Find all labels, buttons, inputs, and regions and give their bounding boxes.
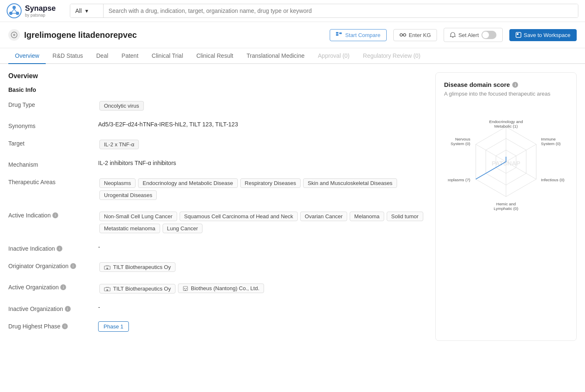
indication-tag[interactable]: Lung Cancer <box>163 224 202 233</box>
svg-point-12 <box>403 34 406 36</box>
svg-rect-15 <box>517 33 518 35</box>
inactive-indication-row: Inactive Indication i - <box>8 244 427 252</box>
svg-rect-8 <box>336 32 338 34</box>
drug-highest-phase-label: Drug Highest Phase i <box>8 321 91 330</box>
svg-text:Nervous: Nervous <box>455 137 471 141</box>
indication-tag[interactable]: Solid tumor <box>387 212 423 221</box>
drug-highest-phase-value: Phase 1 <box>98 321 427 332</box>
basic-info-title: Basic Info <box>8 86 427 93</box>
nav-tab-r&d-status[interactable]: R&D Status <box>46 48 89 64</box>
inactive-indication-label: Inactive Indication i <box>8 244 91 252</box>
mechanism-row: Mechanism IL-2 inhibitors TNF-α inhibito… <box>8 160 427 168</box>
save-to-workspace-button[interactable]: Save to Workspace <box>509 29 577 41</box>
mechanism-value: IL-2 inhibitors TNF-α inhibitors <box>98 160 427 166</box>
nav-tab-regulatory-review--0-: Regulatory Review (0) <box>356 48 427 64</box>
overview-section-title: Overview <box>8 72 427 80</box>
svg-rect-23 <box>185 290 186 291</box>
search-bar: All ▾ <box>70 4 578 18</box>
drug-type-tag[interactable]: Oncolytic virus <box>99 101 144 111</box>
therapeutic-tag[interactable]: Urogenital Diseases <box>99 190 157 200</box>
alert-toggle[interactable] <box>481 31 496 39</box>
svg-line-28 <box>506 144 536 162</box>
indication-tag[interactable]: Metastatic melanoma <box>99 224 160 233</box>
drug-title-left: Igrelimogene litadenorepvec <box>8 29 137 41</box>
set-alert-button[interactable]: Set Alert <box>444 28 502 42</box>
inactive-org-value: - <box>98 304 427 311</box>
logo-sub: by patsnap <box>25 13 56 17</box>
top-header: Synapse by patsnap All ▾ <box>0 0 585 22</box>
therapeutic-tag[interactable]: Skin and Musculoskeletal Diseases <box>303 178 397 188</box>
therapeutic-tag[interactable]: Respiratory Diseases <box>240 178 301 188</box>
therapeutic-tag[interactable]: Endocrinology and Metabolic Disease <box>138 178 238 188</box>
org-tag[interactable]: TILT Biotherapeutics Oy <box>99 284 175 293</box>
indication-tag[interactable]: Ovarian Cancer <box>300 212 347 221</box>
drug-highest-phase-info-icon[interactable]: i <box>62 323 68 329</box>
kg-icon <box>400 32 406 38</box>
disease-panel-title: Disease domain score i <box>444 81 568 88</box>
drug-title-right: Start Compare Enter KG Set Alert Save to… <box>330 28 577 42</box>
svg-rect-22 <box>186 288 187 289</box>
nav-tab-clinical-result[interactable]: Clinical Result <box>190 48 240 64</box>
phase-tag[interactable]: Phase 1 <box>98 321 129 332</box>
compare-button[interactable]: Start Compare <box>330 29 387 41</box>
inactive-org-label: Inactive Organization i <box>8 304 91 312</box>
radar-chart: PATSNAP Endocrinology and Metabolic (1) … <box>448 104 564 220</box>
originator-org-value: TILT Biotherapeutics Oy <box>98 261 427 273</box>
disease-panel-info-icon[interactable]: i <box>512 82 518 88</box>
drug-type-label: Drug Type <box>8 100 91 108</box>
nav-tab-patent[interactable]: Patent <box>115 48 145 64</box>
active-org-value: TILT Biotherapeutics OyBiotheus (Nantong… <box>98 282 427 295</box>
svg-point-1 <box>12 6 16 9</box>
company-icon <box>104 265 111 270</box>
synapse-logo-icon <box>7 3 22 18</box>
enter-kg-button[interactable]: Enter KG <box>393 29 437 41</box>
svg-line-32 <box>476 144 506 162</box>
indication-tag[interactable]: Melanoma <box>350 212 384 221</box>
svg-rect-9 <box>336 34 338 36</box>
content-left: Overview Basic Info Drug Type Oncolytic … <box>8 72 427 341</box>
svg-rect-17 <box>106 268 108 269</box>
originator-org-info-icon[interactable]: i <box>70 263 76 269</box>
logo-area: Synapse by patsnap <box>7 3 65 18</box>
drug-title-bar: Igrelimogene litadenorepvec Start Compar… <box>0 22 585 48</box>
inactive-indication-value: - <box>98 244 427 250</box>
mechanism-label: Mechanism <box>8 160 91 168</box>
compare-icon <box>336 32 343 38</box>
active-org-label: Active Organization i <box>8 282 91 291</box>
main-content: Overview Basic Info Drug Type Oncolytic … <box>0 64 585 349</box>
search-type-select[interactable]: All ▾ <box>70 4 104 17</box>
search-input[interactable] <box>104 4 578 17</box>
nav-tab-translational-medicine[interactable]: Translational Medicine <box>240 48 311 64</box>
active-indication-row: Active Indication i Non-Small Cell Lung … <box>8 210 427 234</box>
nav-tab-overview[interactable]: Overview <box>8 48 46 64</box>
nav-tab-deal[interactable]: Deal <box>90 48 115 64</box>
therapeutic-areas-row: Therapeutic Areas NeoplasmsEndocrinology… <box>8 177 427 201</box>
indication-tag[interactable]: Squamous Cell Carcinoma of Head and Neck <box>180 212 298 221</box>
disease-panel-subtitle: A glimpse into the focused therapeutic a… <box>444 91 568 97</box>
org-tag[interactable]: TILT Biotherapeutics Oy <box>99 262 175 272</box>
target-label: Target <box>8 138 91 147</box>
target-tag[interactable]: IL-2 x TNF-α <box>99 140 139 149</box>
active-org-info-icon[interactable]: i <box>60 284 66 290</box>
org-tag[interactable]: Biotheus (Nantong) Co., Ltd. <box>178 284 264 293</box>
synonyms-label: Synonyms <box>8 121 91 129</box>
inactive-indication-info-icon[interactable]: i <box>57 246 62 251</box>
active-indication-info-icon[interactable]: i <box>52 212 58 218</box>
inactive-org-info-icon[interactable]: i <box>65 306 71 312</box>
indication-tag[interactable]: Non-Small Cell Lung Cancer <box>99 212 177 221</box>
active-indication-value: Non-Small Cell Lung CancerSquamous Cell … <box>98 210 427 234</box>
target-value: IL-2 x TNF-α <box>98 138 427 150</box>
svg-rect-10 <box>339 32 342 34</box>
svg-text:System (0): System (0) <box>451 141 470 146</box>
svg-rect-21 <box>184 288 185 289</box>
therapeutic-areas-value: NeoplasmsEndocrinology and Metabolic Dis… <box>98 177 427 201</box>
svg-text:Immune: Immune <box>541 137 556 141</box>
svg-text:Metabolic (1): Metabolic (1) <box>494 124 518 128</box>
inactive-org-row: Inactive Organization i - <box>8 304 427 312</box>
nav-tab-clinical-trial[interactable]: Clinical Trial <box>145 48 190 64</box>
svg-text:Neoplasms (7): Neoplasms (7) <box>448 178 470 182</box>
therapeutic-tag[interactable]: Neoplasms <box>99 178 136 188</box>
workspace-icon <box>516 32 521 38</box>
synonyms-value: Ad5/3-E2F-d24-hTNFa-IRES-hIL2, TILT 123,… <box>98 121 427 128</box>
logo-text: Synapse by patsnap <box>25 4 56 17</box>
